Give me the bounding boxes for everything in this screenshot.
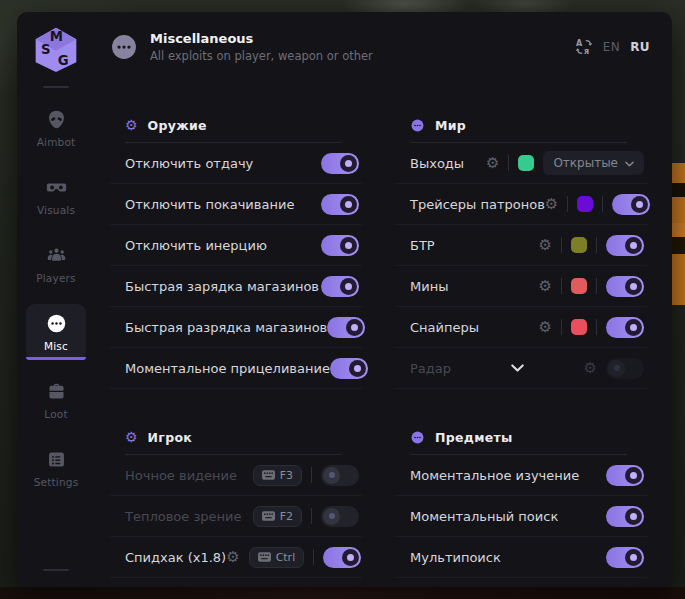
toggle-knob: [625, 467, 642, 484]
section-world: МирВыходы⚙ОткрытыеТрейсеры патронов⚙БТР⚙…: [395, 108, 647, 389]
toggle-switch[interactable]: [606, 317, 644, 338]
toggle-switch[interactable]: [321, 153, 359, 174]
toggle-knob: [340, 196, 357, 213]
section-items: ПредметыМоментальное изучениеМоментальны…: [395, 420, 647, 578]
setting-row: Моментальный поиск: [395, 496, 647, 537]
sidebar-item-label: Settings: [34, 476, 79, 488]
chevron-down-icon: [625, 156, 634, 170]
setting-controls: [606, 506, 644, 527]
toggle-switch[interactable]: [330, 358, 368, 379]
toggle-switch[interactable]: [606, 235, 644, 256]
setting-label: БТР: [410, 238, 435, 253]
toggle-switch[interactable]: [321, 276, 359, 297]
gear-icon[interactable]: ⚙: [486, 156, 499, 171]
section-header-player: ⚙Игрок: [110, 420, 362, 454]
app-window: S G M AimbotVisualsPlayersMiscLootSettin…: [17, 12, 672, 587]
setting-controls: [321, 194, 359, 215]
sidebar-item-misc[interactable]: Misc: [26, 304, 86, 360]
color-swatch[interactable]: [571, 237, 587, 253]
toggle-switch[interactable]: [321, 506, 359, 527]
setting-controls: ⚙Ctrl: [226, 547, 361, 568]
sidebar-item-aimbot[interactable]: Aimbot: [26, 100, 86, 156]
sidebar-item-visuals[interactable]: Visuals: [26, 168, 86, 224]
hotkey-badge[interactable]: F3: [253, 465, 302, 486]
setting-row: Ночное видениеF3: [110, 455, 362, 496]
setting-label: Снайперы: [410, 320, 479, 335]
toggle-switch[interactable]: [321, 465, 359, 486]
gear-icon[interactable]: ⚙: [539, 279, 552, 294]
gear-icon: ⚙: [125, 430, 138, 444]
toggle-switch[interactable]: [606, 358, 644, 379]
keyboard-icon: [262, 511, 275, 521]
control-separator: [602, 196, 603, 212]
control-separator: [596, 319, 597, 335]
background-game-orange: [672, 163, 685, 305]
toggle-switch[interactable]: [321, 235, 359, 256]
sidebar-nav: AimbotVisualsPlayersMiscLootSettings: [26, 100, 86, 496]
gear-icon[interactable]: ⚙: [226, 550, 239, 565]
toggle-switch[interactable]: [606, 276, 644, 297]
sidebar-item-players[interactable]: Players: [26, 236, 86, 292]
setting-controls: F3: [253, 465, 359, 486]
toggle-switch[interactable]: [323, 547, 361, 568]
toggle-switch[interactable]: [321, 194, 359, 215]
toggle-knob: [346, 319, 363, 336]
toggle-switch[interactable]: [612, 194, 650, 215]
toggle-switch[interactable]: [606, 506, 644, 527]
toggle-switch[interactable]: [606, 547, 644, 568]
color-swatch[interactable]: [577, 196, 593, 212]
hotkey-badge[interactable]: Ctrl: [249, 547, 305, 568]
section-player: ⚙ИгрокНочное видениеF3Тепловое зрениеF2С…: [110, 420, 362, 578]
sidebar-item-label: Misc: [44, 340, 68, 352]
toggle-knob: [349, 360, 366, 377]
setting-label: Трейсеры патронов: [410, 197, 545, 212]
section-title: Предметы: [435, 430, 513, 445]
translate-icon[interactable]: A я: [575, 38, 593, 56]
sidebar: S G M AimbotVisualsPlayersMiscLootSettin…: [17, 12, 95, 587]
gear-icon: ⚙: [125, 118, 138, 132]
lang-ru-button[interactable]: RU: [630, 40, 650, 54]
control-separator: [508, 155, 509, 171]
hotkey-label: Ctrl: [276, 551, 296, 564]
toggle-switch[interactable]: [606, 465, 644, 486]
alien-icon: [46, 109, 67, 130]
lang-en-button[interactable]: EN: [603, 40, 620, 54]
setting-controls: [321, 153, 359, 174]
dropdown-select[interactable]: Открытые: [543, 151, 644, 175]
orb-icon: [410, 118, 425, 133]
gear-icon[interactable]: ⚙: [584, 361, 597, 376]
setting-label: Мины: [410, 279, 448, 294]
gear-icon[interactable]: ⚙: [539, 320, 552, 335]
setting-label: Выходы: [410, 156, 464, 171]
svg-text:M: M: [50, 29, 63, 44]
misc-ellipsis-avatar-icon: [111, 34, 137, 60]
setting-controls: ⚙: [539, 235, 644, 256]
hotkey-badge[interactable]: F2: [253, 506, 302, 527]
section-rows: Выходы⚙ОткрытыеТрейсеры патронов⚙БТР⚙Мин…: [395, 143, 647, 389]
setting-controls: [321, 235, 359, 256]
color-swatch[interactable]: [518, 155, 534, 171]
color-swatch[interactable]: [571, 319, 587, 335]
background-game-bottom: [0, 587, 685, 599]
setting-row: Отключить инерцию: [110, 225, 362, 266]
section-header-items: Предметы: [395, 420, 647, 454]
expand-chevron-icon[interactable]: [451, 364, 584, 372]
setting-controls: ⚙: [539, 317, 644, 338]
color-swatch[interactable]: [571, 278, 587, 294]
setting-label: Отключить покачивание: [125, 197, 294, 212]
gear-icon[interactable]: ⚙: [539, 238, 552, 253]
sidebar-item-loot[interactable]: Loot: [26, 372, 86, 428]
sidebar-item-settings[interactable]: Settings: [26, 440, 86, 496]
toggle-knob: [625, 319, 642, 336]
gear-icon[interactable]: ⚙: [545, 197, 558, 212]
toggle-knob: [340, 237, 357, 254]
setting-controls: [327, 317, 365, 338]
section-title: Игрок: [148, 430, 193, 445]
setting-controls: [321, 276, 359, 297]
setting-row: Снайперы⚙: [395, 307, 647, 348]
toggle-knob: [625, 508, 642, 525]
toggle-switch[interactable]: [327, 317, 365, 338]
setting-label: Спидхак (x1.8): [125, 550, 226, 565]
setting-label: Ночное видение: [125, 468, 237, 483]
setting-label: Моментальный поиск: [410, 509, 558, 524]
